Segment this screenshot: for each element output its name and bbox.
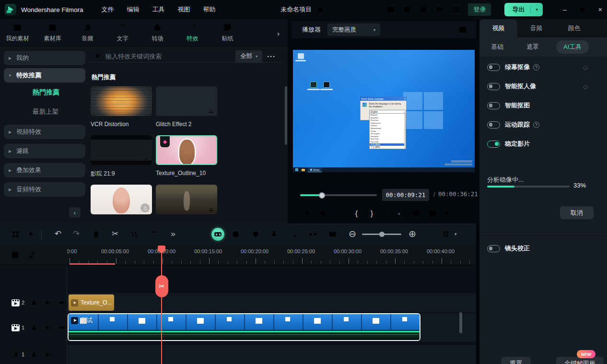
lock-icon[interactable] bbox=[30, 324, 38, 331]
mute-speaker-icon[interactable] bbox=[44, 324, 52, 331]
effect-clip-texture-outline[interactable]: ✦ Texture_O... bbox=[69, 294, 114, 311]
stabilization-toggle[interactable] bbox=[487, 141, 500, 148]
ai-portrait-toggle[interactable] bbox=[487, 83, 500, 90]
effect-card-cinema-21-9[interactable] bbox=[91, 135, 152, 165]
filter-dropdown[interactable]: 全部 ▾ bbox=[235, 50, 262, 62]
add-to-timeline-button[interactable] bbox=[11, 250, 20, 259]
category-filters[interactable]: ▶ 濾鏡 bbox=[4, 144, 85, 158]
more-tools-chevrons[interactable]: » bbox=[168, 229, 178, 238]
export-chevron-icon[interactable]: ▾ bbox=[531, 7, 543, 12]
playhead-handle[interactable] bbox=[158, 246, 165, 252]
tab-strip-expand-chevron-icon[interactable]: › bbox=[277, 29, 284, 36]
timeline-zoom-slider[interactable] bbox=[362, 234, 401, 235]
playhead-line[interactable] bbox=[161, 246, 162, 364]
lens-correction-toggle[interactable] bbox=[487, 245, 500, 252]
snapshot-camera-button[interactable] bbox=[428, 209, 437, 218]
tab-effects[interactable]: 特效 bbox=[175, 23, 210, 43]
split-scissors-button[interactable]: ✂ bbox=[110, 229, 120, 238]
smart-cutout-toggle[interactable] bbox=[487, 102, 500, 109]
menu-edit[interactable]: 编辑 bbox=[127, 5, 140, 14]
menu-view[interactable]: 视图 bbox=[178, 5, 190, 14]
keyframe-diamond-icon[interactable]: ◇ bbox=[583, 83, 588, 90]
subtab-mask[interactable]: 遮罩 bbox=[526, 43, 539, 51]
pointer-tool-button[interactable] bbox=[27, 230, 36, 239]
split-frame-button[interactable] bbox=[385, 209, 395, 218]
category-audio-effects[interactable]: ▶ 音頻特效 bbox=[4, 182, 85, 197]
category-newest[interactable]: 最新上架 bbox=[4, 106, 85, 118]
maximize-button[interactable] bbox=[579, 6, 586, 13]
audio-track-1-row[interactable] bbox=[0, 345, 476, 364]
effect-card-portrait[interactable] bbox=[91, 185, 152, 214]
keyframe-diamond-icon[interactable]: ◇ bbox=[583, 64, 588, 71]
effects-scrollbar[interactable] bbox=[285, 86, 287, 195]
split-options-chevron-icon[interactable]: ▾ bbox=[398, 211, 400, 221]
record-voiceover-button[interactable] bbox=[269, 230, 279, 239]
motion-tracking-toggle[interactable] bbox=[487, 121, 500, 129]
track-manager-chevron-icon[interactable]: ▾ bbox=[455, 232, 457, 236]
apps-grid-icon[interactable] bbox=[452, 5, 460, 14]
close-button[interactable]: × bbox=[598, 6, 602, 13]
tab-transitions[interactable]: 转场 bbox=[140, 23, 175, 43]
tab-video[interactable]: 视频 bbox=[479, 19, 517, 37]
mark-out-brace-button[interactable]: } bbox=[371, 209, 373, 219]
visibility-eye-icon[interactable] bbox=[58, 299, 66, 306]
seek-slider[interactable] bbox=[300, 194, 377, 196]
effect-card-texture-outline-10-selected[interactable]: ◆ bbox=[156, 135, 217, 165]
help-icon[interactable]: ? bbox=[533, 64, 539, 70]
minimize-button[interactable]: – bbox=[563, 6, 567, 13]
login-button[interactable]: 登录 bbox=[468, 3, 491, 16]
visibility-eye-icon[interactable] bbox=[58, 324, 66, 331]
redo-button[interactable]: ↷ bbox=[71, 229, 82, 238]
audio-mixer-button[interactable] bbox=[289, 230, 298, 239]
save-icon[interactable] bbox=[403, 5, 411, 14]
track-manager-button[interactable] bbox=[441, 230, 450, 239]
upload-cloud-icon[interactable] bbox=[419, 5, 428, 14]
undo-button[interactable]: ↶ bbox=[53, 229, 63, 238]
playback-quality-dropdown[interactable]: 完整画质 ▾ bbox=[327, 23, 380, 36]
category-video-effects[interactable]: ▶ 視頻特效 bbox=[4, 125, 85, 139]
crop-button[interactable] bbox=[130, 230, 139, 239]
link-clips-button[interactable] bbox=[28, 250, 37, 259]
effect-card-vcr-distortion[interactable] bbox=[91, 86, 152, 116]
mark-in-brace-button[interactable]: { bbox=[355, 209, 358, 219]
tab-audio-props[interactable]: 音频 bbox=[517, 19, 555, 37]
green-screen-toggle[interactable] bbox=[487, 64, 500, 71]
layout-panel-icon[interactable] bbox=[386, 5, 395, 14]
tab-text[interactable]: 文字 bbox=[105, 23, 140, 43]
support-headset-icon[interactable] bbox=[435, 5, 444, 14]
scrollbar-thumb[interactable] bbox=[285, 86, 287, 145]
display-device-button[interactable] bbox=[411, 209, 421, 218]
subtab-ai-tools[interactable]: AI工具 bbox=[556, 40, 589, 54]
speed-text-button[interactable] bbox=[149, 230, 158, 239]
category-overlays[interactable]: ▶ 叠加效果 bbox=[4, 163, 85, 177]
export-button[interactable]: 导出 ▾ bbox=[504, 3, 543, 16]
media-grid-button[interactable] bbox=[11, 230, 20, 239]
ai-assistant-button[interactable] bbox=[211, 228, 224, 241]
fullscreen-button[interactable] bbox=[459, 210, 467, 218]
subtab-basic[interactable]: 基础 bbox=[491, 43, 503, 51]
seek-handle[interactable] bbox=[319, 192, 325, 199]
ai-glasses-button[interactable] bbox=[308, 230, 317, 239]
menu-file[interactable]: 文件 bbox=[102, 5, 114, 14]
effect-card-glitch-effect-2[interactable] bbox=[156, 86, 217, 116]
sidebar-collapse-button[interactable]: ‹ bbox=[69, 207, 81, 218]
tab-stickers[interactable]: 贴纸 bbox=[210, 23, 245, 43]
more-options-button[interactable]: ··· bbox=[267, 52, 276, 60]
mute-speaker-icon[interactable] bbox=[44, 299, 52, 306]
reset-button[interactable]: 重置 bbox=[501, 357, 531, 364]
category-recommended[interactable]: ▼ 特效推薦 bbox=[4, 68, 85, 82]
preview-viewport[interactable]: Select Setup Language × Select the langu… bbox=[293, 50, 475, 172]
stop-button[interactable] bbox=[318, 209, 327, 218]
timeline-vertical-scrollbar[interactable] bbox=[459, 312, 462, 333]
cancel-button[interactable]: 取消 bbox=[560, 206, 594, 219]
mute-speaker-icon[interactable] bbox=[44, 351, 52, 358]
lock-icon[interactable] bbox=[30, 351, 38, 358]
category-my[interactable]: ▶ 我的 bbox=[4, 51, 85, 65]
volume-button[interactable] bbox=[443, 209, 453, 218]
tab-color[interactable]: 颜色 bbox=[555, 19, 593, 37]
effect-card-landscape[interactable] bbox=[156, 185, 217, 214]
fit-timeline-button[interactable] bbox=[328, 230, 337, 239]
zoom-slider-handle[interactable] bbox=[379, 232, 385, 237]
help-icon[interactable]: ? bbox=[533, 122, 539, 128]
marker-button[interactable] bbox=[251, 230, 260, 239]
